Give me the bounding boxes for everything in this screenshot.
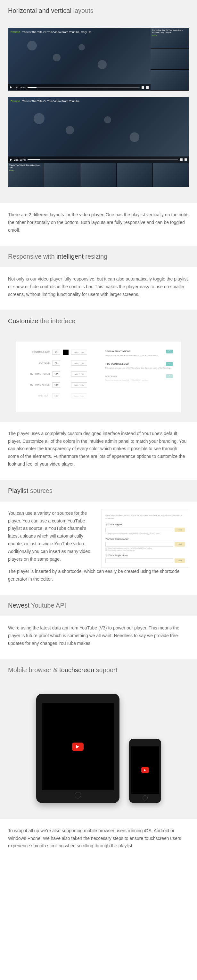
src-example: Eg. https://www.youtube.com/channel/UCJk… — [106, 547, 185, 551]
select-color-button[interactable]: Select Color — [71, 382, 87, 388]
select-color-button[interactable]: Select Color — [71, 393, 87, 398]
play-icon[interactable] — [10, 158, 12, 161]
playlist-item-sub: Envato — [152, 34, 188, 36]
opacity-input[interactable]: 75 — [52, 350, 60, 355]
section-heading-customize: Customize the interface — [0, 310, 197, 332]
playlist-item[interactable]: This Is The Title Of This Video From You… — [8, 163, 44, 187]
opt-desc: Show or hide the interactive annotations… — [105, 355, 173, 357]
cust-row: BUTTONS HOVER 100 Select Color — [24, 371, 92, 377]
playlist-side[interactable]: This Is The Title Of This Video From You… — [151, 28, 189, 91]
heading-light: Youtube API — [31, 602, 66, 609]
heading-strong: Horizontal and vertical — [8, 7, 71, 14]
color-swatch[interactable] — [63, 393, 69, 398]
opacity-input[interactable]: 100 — [52, 393, 60, 398]
time-display: 0:36 / 09:48 — [14, 86, 26, 89]
play-icon[interactable] — [10, 86, 12, 89]
time-display: 0:36 / 09:48 — [14, 159, 26, 161]
customize-body: The player uses a completely custom desi… — [0, 422, 197, 480]
cust-label: BUTTONS ACTIVE — [24, 383, 50, 386]
insert-button[interactable]: Insert — [175, 528, 185, 532]
heading-strong: Playlist — [8, 487, 28, 494]
paragraph: You can use a variety or sources for the… — [8, 510, 95, 563]
src-input[interactable] — [106, 558, 173, 563]
heading-light: sources — [30, 487, 52, 494]
heading-light: resizing — [85, 253, 107, 260]
fullscreen-icon[interactable] — [146, 86, 149, 89]
cust-option: HIDE YOUTUBE LOGO This option lets you u… — [105, 362, 173, 369]
src-input[interactable] — [106, 542, 173, 547]
opt-title: HIDE YOUTUBE LOGO — [105, 363, 129, 365]
select-color-button[interactable]: Select Color — [71, 350, 87, 355]
opacity-input[interactable]: 50 — [52, 361, 60, 366]
cust-row: TIME TEXT 100 Select Color — [24, 393, 92, 398]
youtube-icon — [72, 743, 84, 751]
phone-screen — [131, 746, 159, 794]
paragraph: To wrap it all up we're also supporting … — [8, 827, 189, 850]
video-title-text: This Is The Title Of This Video From You… — [22, 30, 93, 34]
playlist-item[interactable] — [151, 70, 189, 91]
opt-desc: Force the player to show HD (720p/1080p)… — [105, 379, 173, 382]
opt-title: FORCE HD — [105, 375, 117, 377]
volume-icon[interactable] — [142, 86, 144, 89]
color-swatch[interactable] — [63, 371, 69, 377]
opacity-input[interactable]: 100 — [52, 371, 60, 377]
playlist-item[interactable] — [153, 163, 189, 187]
paragraph: The player uses a completely custom desi… — [8, 430, 189, 468]
brand-label: Envato — [11, 30, 20, 34]
tablet-screen — [42, 703, 114, 790]
playlist-item[interactable] — [117, 163, 153, 187]
mobile-body: To wrap it all up we're also supporting … — [0, 819, 197, 862]
opt-desc: This option lets you use a YouTube playe… — [105, 367, 173, 369]
customize-colors: CONTROLS BAR 75 Select Color BUTTONS 50 … — [24, 350, 92, 404]
playlist-item-title: This Is The Title Of This Video From You… — [9, 164, 43, 169]
layouts-body: There are 2 different layouts for the vi… — [0, 203, 197, 246]
brand-label: Envato — [11, 100, 20, 103]
volume-icon[interactable] — [180, 158, 183, 161]
main-video-area[interactable]: Envato This Is The Title Of This Video F… — [8, 28, 151, 91]
cust-row: CONTROLS BAR 75 Select Color — [24, 350, 92, 355]
playlist-item[interactable] — [44, 163, 80, 187]
color-swatch[interactable] — [63, 361, 69, 366]
video-title: Envato This Is The Title Of This Video F… — [11, 30, 148, 34]
select-color-button[interactable]: Select Color — [71, 371, 87, 377]
playlist-item[interactable]: This Is The Title Of This Video From You… — [151, 28, 189, 49]
section-heading-responsive: Responsive with intelligent resizing — [0, 246, 197, 267]
video-title-text: This Is The Title Of This Video From You… — [22, 100, 79, 103]
youtube-icon — [141, 767, 149, 773]
src-example: Eg. https://youtube.com/watch?v=xxXyXXXX… — [106, 533, 185, 535]
progress-bar[interactable] — [28, 159, 178, 160]
cust-label: CONTROLS BAR — [24, 351, 50, 353]
color-swatch[interactable] — [63, 382, 69, 388]
api-body: We're using the latest data api from You… — [0, 616, 197, 659]
insert-button[interactable]: Insert — [175, 558, 185, 563]
playlist-item[interactable] — [80, 163, 117, 187]
paragraph: We're using the latest data api from You… — [8, 624, 189, 647]
heading-strong: touchscreen — [59, 667, 94, 673]
playlist-item[interactable] — [151, 49, 189, 70]
opacity-input[interactable]: 100 — [52, 382, 60, 388]
cust-option: DISPLAY ANNOTATIONS Show or hide the int… — [105, 350, 173, 357]
phone-device — [129, 739, 161, 803]
customize-options: DISPLAY ANNOTATIONS Show or hide the int… — [105, 350, 173, 404]
cust-option: FORCE HD Force the player to show HD (72… — [105, 374, 173, 382]
toggle-switch[interactable] — [166, 374, 173, 378]
toggle-switch[interactable] — [166, 362, 173, 366]
customize-panel: CONTROLS BAR 75 Select Color BUTTONS 50 … — [16, 342, 181, 412]
controls-bar: 0:36 / 09:48 — [8, 84, 151, 91]
progress-bar[interactable] — [28, 87, 140, 88]
heading-strong: intelligent — [57, 253, 84, 260]
section-heading-layouts: Horizontal and vertical layouts — [0, 0, 197, 22]
src-input[interactable] — [106, 528, 173, 532]
color-swatch[interactable] — [63, 350, 69, 355]
video-title: Envato This Is The Title Of This Video F… — [11, 100, 186, 103]
fullscreen-icon[interactable] — [184, 158, 187, 161]
select-color-button[interactable]: Select Color — [71, 361, 87, 366]
main-video-area[interactable]: Envato This Is The Title Of This Video F… — [8, 97, 189, 163]
insert-button[interactable]: Insert — [175, 542, 185, 547]
playlist-bottom[interactable]: This Is The Title Of This Video From You… — [8, 163, 189, 187]
sources-body: You can use a variety or sources for the… — [0, 501, 197, 595]
cust-label: TIME TEXT — [24, 395, 50, 397]
toggle-switch[interactable] — [166, 350, 173, 353]
heading-light: Responsive with — [8, 253, 55, 260]
playlist-source-panel: Paste the (complete) link into one of th… — [101, 510, 189, 568]
